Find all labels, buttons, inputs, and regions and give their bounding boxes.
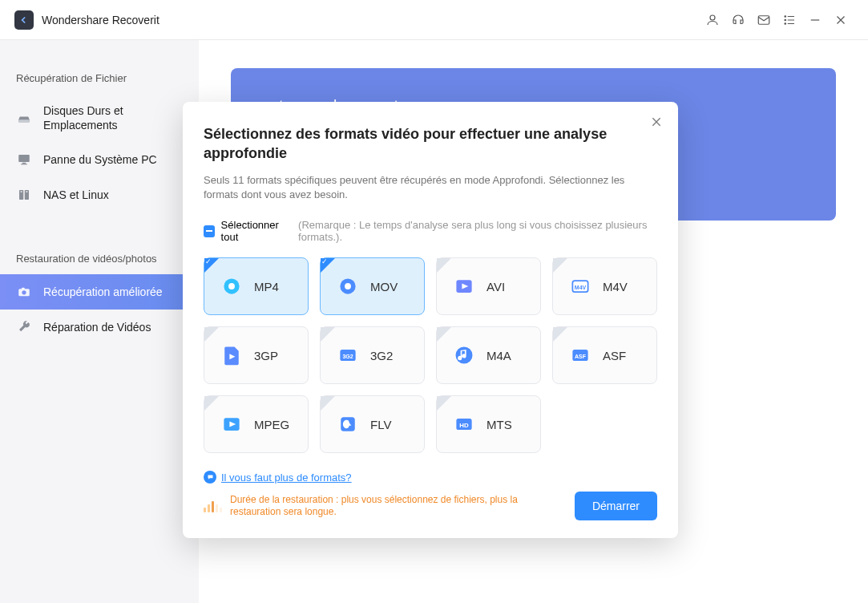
format-label: 3GP bbox=[254, 349, 278, 362]
select-all-note: (Remarque : Le temps d'analyse sera plus… bbox=[298, 219, 657, 243]
format-option-mov[interactable]: ✓MOV bbox=[320, 257, 425, 315]
select-all-checkbox[interactable] bbox=[204, 225, 215, 237]
format-label: ASF bbox=[603, 349, 626, 362]
format-icon: HD bbox=[453, 413, 475, 435]
format-icon bbox=[453, 275, 475, 297]
svg-text:3G2: 3G2 bbox=[342, 354, 353, 359]
format-option-mpeg[interactable]: MPEG bbox=[204, 395, 309, 453]
format-icon bbox=[337, 413, 359, 435]
svg-text:ASF: ASF bbox=[575, 354, 587, 359]
format-icon bbox=[453, 344, 475, 366]
format-modal: Sélectionnez des formats vidéo pour effe… bbox=[183, 102, 678, 538]
select-all-label: Sélectionner tout bbox=[221, 219, 293, 243]
format-icon bbox=[337, 275, 359, 297]
format-icon: ASF bbox=[569, 344, 591, 366]
format-icon bbox=[220, 413, 243, 435]
format-option-asf[interactable]: ASFASF bbox=[552, 326, 657, 384]
format-option-flv[interactable]: FLV bbox=[320, 395, 425, 453]
svg-point-20 bbox=[228, 283, 235, 289]
format-option-3gp[interactable]: 3GP bbox=[204, 326, 309, 384]
format-label: MPEG bbox=[254, 418, 289, 431]
svg-point-22 bbox=[345, 283, 351, 289]
format-label: AVI bbox=[486, 280, 505, 293]
format-icon: M4V bbox=[569, 275, 591, 297]
format-label: 3G2 bbox=[370, 349, 393, 362]
format-label: MTS bbox=[486, 418, 512, 431]
format-label: FLV bbox=[370, 418, 391, 431]
format-grid: ✓MP4✓MOVAVIM4VM4V3GP3G23G2M4AASFASFMPEGF… bbox=[204, 257, 657, 453]
chat-icon bbox=[204, 471, 216, 484]
format-option-avi[interactable]: AVI bbox=[436, 257, 541, 315]
format-icon bbox=[220, 344, 243, 366]
svg-text:HD: HD bbox=[459, 422, 469, 429]
duration-warning: Durée de la restauration : plus vous sél… bbox=[230, 494, 567, 519]
format-label: MOV bbox=[370, 280, 398, 293]
close-icon[interactable] bbox=[648, 113, 665, 131]
more-formats-text[interactable]: Il vous faut plus de formats? bbox=[221, 471, 352, 484]
svg-text:M4V: M4V bbox=[575, 285, 587, 290]
format-option-m4v[interactable]: M4VM4V bbox=[552, 257, 657, 315]
format-label: M4A bbox=[486, 349, 511, 362]
duration-bars-icon bbox=[204, 500, 222, 512]
select-all-row[interactable]: Sélectionner tout (Remarque : Le temps d… bbox=[204, 219, 657, 243]
format-icon: 3G2 bbox=[337, 344, 359, 366]
format-option-mts[interactable]: HDMTS bbox=[436, 395, 541, 453]
format-option-m4a[interactable]: M4A bbox=[436, 326, 541, 384]
more-formats-link[interactable]: Il vous faut plus de formats? bbox=[204, 471, 657, 484]
modal-subtitle: Seuls 11 formats spécifiques peuvent êtr… bbox=[204, 173, 657, 204]
modal-title: Sélectionnez des formats vidéo pour effe… bbox=[204, 124, 633, 164]
format-option-mp4[interactable]: ✓MP4 bbox=[204, 257, 309, 315]
format-label: M4V bbox=[603, 280, 628, 293]
format-option-3g2[interactable]: 3G23G2 bbox=[320, 326, 425, 384]
format-label: MP4 bbox=[254, 280, 279, 293]
format-icon bbox=[220, 275, 243, 297]
start-button[interactable]: Démarrer bbox=[575, 492, 657, 520]
